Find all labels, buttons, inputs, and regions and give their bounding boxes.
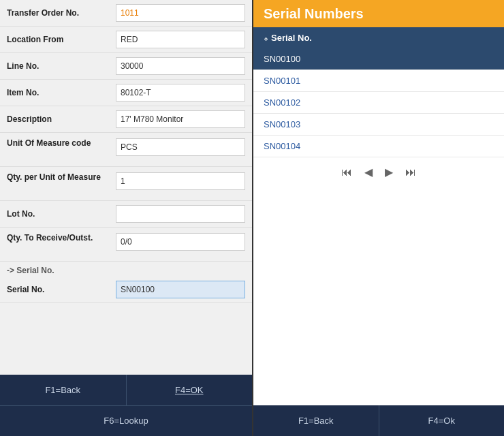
input-item-no[interactable]	[116, 84, 245, 102]
serial-table-header[interactable]: ⬦ Serial No.	[253, 27, 504, 48]
input-location-from[interactable]	[116, 31, 245, 48]
serial-numbers-title: Serial Numbers	[253, 6, 374, 22]
left-panel: Transfer Order No.Location FromLine No.I…	[0, 0, 252, 436]
input-line-no[interactable]	[116, 57, 245, 75]
form-row-unit-of-measure: Unit Of Measure code	[0, 133, 252, 167]
page-prev-btn[interactable]: ◀	[362, 164, 375, 180]
input-lot-no[interactable]	[116, 205, 245, 223]
f1-back-right-btn[interactable]: F1=Back	[253, 405, 379, 436]
form-row-description: Description	[0, 106, 252, 133]
page-first-btn[interactable]: ⏮	[338, 165, 355, 180]
label-unit-of-measure: Unit Of Measure code	[7, 138, 116, 148]
serial-section-label: -> Serial No.	[0, 262, 252, 277]
input-qty-to-receive[interactable]	[116, 233, 245, 251]
form-row-qty-per-unit: Qty. per Unit of Measure	[0, 167, 252, 201]
serial-list-item[interactable]: SN00102	[253, 92, 504, 114]
label-qty-per-unit: Qty. per Unit of Measure	[7, 172, 116, 182]
footer-row-2: F6=Lookup	[0, 406, 252, 437]
page-next-btn[interactable]: ▶	[382, 164, 396, 180]
serial-list-item[interactable]: SN00103	[253, 114, 504, 136]
form-row-location-from: Location From	[0, 27, 252, 53]
input-qty-per-unit[interactable]	[116, 172, 245, 190]
pagination: ⏮ ◀ ▶ ⏭	[253, 157, 504, 187]
f1-back-left-btn[interactable]: F1=Back	[0, 375, 127, 405]
page-last-btn[interactable]: ⏭	[403, 165, 419, 180]
sort-icon: ⬦	[264, 34, 268, 42]
input-transfer-order-no[interactable]	[116, 4, 245, 22]
serial-list-item[interactable]: SN00100	[253, 48, 504, 70]
left-footer: F1=Back F4=OK F6=Lookup	[0, 375, 252, 436]
form-row-item-no: Item No.	[0, 80, 252, 106]
input-description[interactable]	[116, 110, 245, 128]
input-serial-no[interactable]	[116, 281, 245, 298]
label-description: Description	[7, 114, 116, 124]
f4-ok-left-btn[interactable]: F4=OK	[127, 375, 253, 405]
form-row-serial-no: Serial No.	[0, 277, 252, 303]
f6-lookup-btn[interactable]: F6=Lookup	[0, 406, 252, 437]
label-location-from: Location From	[7, 35, 116, 44]
input-unit-of-measure[interactable]	[116, 138, 245, 156]
right-panel: Serial Numbers ⬦ Serial No. SN00100SN001…	[252, 0, 504, 436]
label-transfer-order-no: Transfer Order No.	[7, 8, 116, 18]
right-header: Serial Numbers	[253, 0, 504, 27]
f4-ok-right-btn[interactable]: F4=Ok	[379, 405, 505, 436]
form-area: Transfer Order No.Location FromLine No.I…	[0, 0, 252, 375]
label-serial-no: Serial No.	[7, 285, 116, 294]
form-row-lot-no: Lot No.	[0, 201, 252, 228]
right-footer: F1=Back F4=Ok	[253, 405, 504, 436]
label-lot-no: Lot No.	[7, 209, 116, 219]
form-row-qty-to-receive: Qty. To Receive/Outst.	[0, 228, 252, 262]
form-row-transfer-order-no: Transfer Order No.	[0, 0, 252, 27]
label-line-no: Line No.	[7, 61, 116, 71]
label-qty-to-receive: Qty. To Receive/Outst.	[7, 233, 116, 243]
label-item-no: Item No.	[7, 88, 116, 97]
serial-table: ⬦ Serial No. SN00100SN00101SN00102SN0010…	[253, 27, 504, 405]
form-row-line-no: Line No.	[0, 53, 252, 80]
serial-list-item[interactable]: SN00104	[253, 136, 504, 157]
serial-col-header: Serial No.	[271, 33, 312, 43]
serial-list-item[interactable]: SN00101	[253, 70, 504, 92]
footer-row-1: F1=Back F4=OK	[0, 375, 252, 406]
